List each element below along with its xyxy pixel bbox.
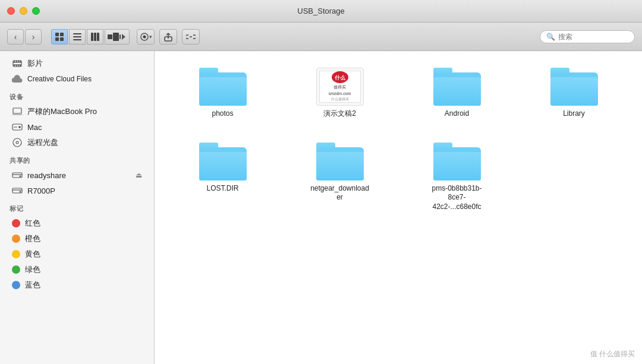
tag-orange-dot [12, 235, 20, 243]
sidebar-item-mac[interactable]: Mac [2, 119, 152, 135]
cloud-icon [12, 74, 23, 84]
svg-rect-20 [14, 61, 15, 62]
sidebar-item-creative-cloud[interactable]: Creative Cloud Files [2, 71, 152, 87]
sidebar-item-tag-orange-label: 橙色 [25, 233, 40, 244]
sidebar-item-tag-green-label: 绿色 [25, 264, 40, 275]
file-item-yanshi[interactable]: 什么 值得买 smzdm.com 什么值得买 演示文稿2 [286, 63, 394, 124]
watermark: 值 什么值得买 [590, 349, 635, 359]
svg-point-39 [20, 191, 21, 192]
search-icon: 🔍 [546, 33, 555, 41]
sidebar-item-tag-orange[interactable]: 橙色 [2, 231, 152, 246]
sidebar-item-tag-green[interactable]: 绿色 [2, 262, 152, 277]
laptop-icon [12, 106, 23, 117]
tag-blue-dot [12, 281, 20, 289]
files-grid: photos 什么 值得买 smzdm.com 什么值得买 [169, 63, 628, 216]
svg-rect-27 [20, 65, 21, 67]
file-item-lost[interactable]: LOST.DIR [169, 138, 276, 217]
svg-text:什么: 什么 [335, 75, 345, 81]
folder-icon-android [433, 68, 481, 106]
list-view-button[interactable] [69, 29, 86, 45]
file-name-android: Android [445, 109, 469, 119]
sidebar-item-r7000p-label: R7000P [27, 186, 55, 195]
file-item-android[interactable]: Android [403, 63, 511, 124]
network2-icon [12, 185, 23, 196]
svg-rect-25 [16, 65, 17, 67]
svg-rect-7 [91, 33, 93, 41]
sidebar-item-r7000p[interactable]: R7000P [2, 183, 152, 198]
forward-button[interactable]: › [25, 29, 42, 45]
folder-icon-lost [199, 143, 247, 181]
sidebar: 影片 Creative Cloud Files 设备 严棣的MacBook Pr… [0, 51, 155, 364]
svg-rect-22 [18, 61, 20, 62]
view-buttons [51, 29, 130, 45]
search-input[interactable] [558, 33, 630, 41]
thumb-text1: 值得买 [333, 84, 346, 90]
minimize-button[interactable] [20, 7, 27, 15]
search-bar[interactable]: 🔍 [540, 30, 635, 43]
sidebar-item-optical[interactable]: 远程光盘 [2, 135, 152, 150]
folder-icon-netgear [316, 143, 364, 181]
sidebar-item-optical-label: 远程光盘 [27, 137, 58, 148]
file-name-library: Library [563, 109, 585, 119]
sidebar-item-tag-red-label: 红色 [25, 218, 40, 229]
file-name-lost: LOST.DIR [206, 184, 238, 194]
tag-yellow-dot [12, 250, 20, 258]
close-button[interactable] [7, 7, 15, 15]
file-item-photos[interactable]: photos [169, 63, 276, 124]
sidebar-item-movies-label: 影片 [27, 58, 43, 69]
svg-point-15 [143, 35, 146, 38]
sidebar-item-macbook[interactable]: 严棣的MacBook Pro [2, 104, 152, 119]
traffic-lights [7, 7, 40, 15]
hdd-icon [12, 122, 23, 132]
file-name-pms: pms-0b8bb31b-8ce7-42c2-...c68e0fc [427, 184, 487, 212]
sidebar-item-tag-blue-label: 蓝色 [25, 280, 40, 290]
thumb-text2: smzdm.com [329, 91, 351, 96]
window-title: USB_Storage [297, 7, 345, 15]
column-view-button[interactable] [87, 29, 103, 45]
maximize-button[interactable] [32, 7, 40, 15]
file-thumb-yanshi: 什么 值得买 smzdm.com 什么值得买 [316, 68, 364, 106]
sidebar-item-readyshare-label: readyshare [27, 171, 66, 180]
title-bar: USB_Storage [0, 0, 642, 23]
sidebar-item-tag-yellow[interactable]: 黄色 [2, 246, 152, 262]
svg-rect-19 [13, 65, 21, 66]
disc-icon [12, 137, 23, 148]
svg-rect-21 [16, 61, 17, 62]
svg-rect-24 [14, 65, 15, 67]
content-area: photos 什么 值得买 smzdm.com 什么值得买 [155, 51, 642, 364]
main-container: 影片 Creative Cloud Files 设备 严棣的MacBook Pr… [0, 51, 642, 364]
sidebar-item-tag-blue[interactable]: 蓝色 [2, 277, 152, 293]
cover-flow-button[interactable] [105, 29, 130, 45]
svg-rect-0 [55, 33, 59, 36]
film-icon [12, 58, 23, 69]
svg-point-32 [13, 138, 21, 147]
svg-marker-13 [122, 34, 125, 40]
sidebar-item-mac-label: Mac [27, 123, 42, 132]
svg-point-36 [20, 176, 21, 177]
toolbar: ‹ › [0, 23, 642, 51]
back-button[interactable]: ‹ [7, 29, 24, 45]
share-button[interactable] [159, 29, 177, 45]
svg-point-33 [16, 141, 18, 144]
thumb-text3: 什么值得买 [331, 97, 349, 102]
sidebar-item-movies[interactable]: 影片 [2, 56, 152, 71]
file-item-netgear[interactable]: netgear_downloader [286, 138, 394, 217]
sidebar-item-macbook-label: 严棣的MacBook Pro [27, 106, 97, 117]
svg-point-30 [19, 126, 20, 128]
sidebar-item-tag-red[interactable]: 红色 [2, 216, 152, 231]
folder-icon-pms [433, 143, 481, 181]
svg-rect-18 [13, 62, 21, 63]
network-icon [12, 170, 23, 181]
svg-rect-1 [60, 33, 64, 36]
eject-icon[interactable]: ⏏ [136, 171, 142, 179]
link-button[interactable] [182, 29, 200, 45]
tag-red-dot [12, 219, 20, 227]
action-button[interactable]: ▾ [137, 29, 155, 45]
sidebar-item-cc-label: Creative Cloud Files [27, 75, 92, 83]
file-item-pms[interactable]: pms-0b8bb31b-8ce7-42c2-...c68e0fc [403, 138, 511, 217]
svg-rect-8 [94, 33, 96, 41]
svg-rect-4 [73, 33, 81, 34]
sidebar-item-readyshare[interactable]: readyshare ⏏ [2, 167, 152, 183]
file-item-library[interactable]: Library [520, 63, 628, 124]
icon-view-button[interactable] [51, 29, 68, 45]
